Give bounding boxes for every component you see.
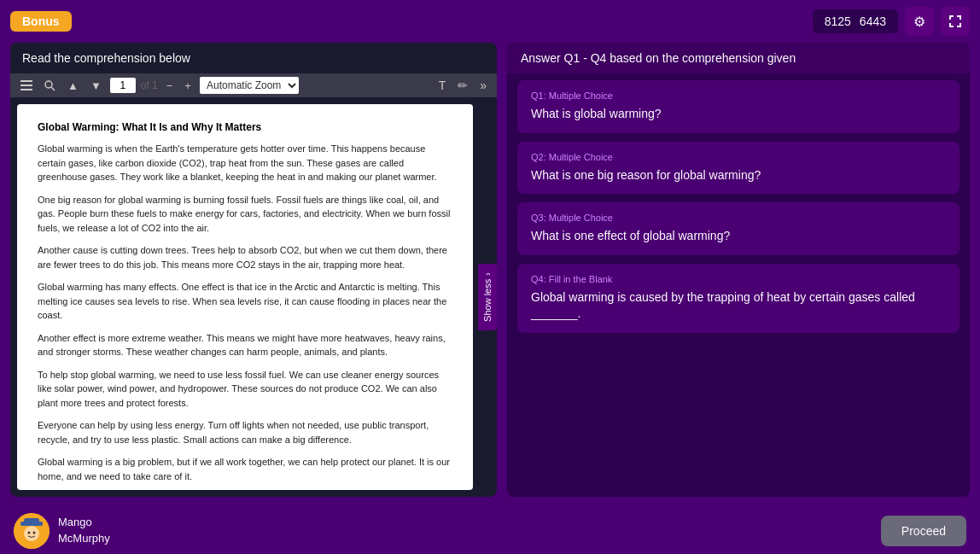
bottom-bar: Mango McMurphy Proceed: [0, 507, 980, 554]
user-name-line1: Mango: [58, 515, 110, 530]
question-card-2[interactable]: Q2: Multiple Choice What is one big reas…: [517, 142, 960, 195]
score-2: 6443: [860, 15, 886, 28]
zoom-in-button[interactable]: +: [181, 78, 195, 94]
prev-page-button[interactable]: ▲: [64, 78, 82, 94]
user-info: Mango McMurphy: [14, 513, 110, 549]
question-type-1: Q1: Multiple Choice: [531, 90, 946, 101]
svg-rect-1: [20, 85, 32, 86]
score-1: 8125: [825, 15, 851, 28]
svg-point-8: [24, 526, 39, 541]
top-bar: Bonus 8125 6443 ⚙: [0, 0, 980, 43]
pdf-paragraph-5: Another effect is more extreme weather. …: [38, 331, 452, 359]
question-text-1: What is global warming?: [531, 106, 946, 123]
svg-point-3: [45, 81, 52, 88]
search-icon: [44, 80, 55, 91]
user-name-line2: McMurphy: [58, 531, 110, 546]
settings-button[interactable]: ⚙: [905, 7, 934, 36]
proceed-button[interactable]: Proceed: [881, 516, 966, 546]
expand-icon: [949, 15, 961, 27]
question-type-3: Q3: Multiple Choice: [531, 213, 946, 223]
text-tool-button[interactable]: T: [435, 77, 450, 94]
sidebar-toggle-button[interactable]: [17, 79, 36, 92]
question-card-1[interactable]: Q1: Multiple Choice What is global warmi…: [517, 80, 960, 133]
questions-list: Q1: Multiple Choice What is global warmi…: [507, 73, 970, 497]
pdf-toolbar-right: T ✏ »: [435, 77, 490, 94]
pdf-paragraph-7: Everyone can help by using less energy. …: [38, 418, 452, 446]
right-panel-header: Answer Q1 - Q4 based on the comprehensio…: [507, 43, 970, 73]
question-text-3: What is one effect of global warming?: [531, 228, 946, 245]
score-display: 8125 6443: [813, 9, 898, 33]
draw-tool-button[interactable]: ✏: [454, 77, 471, 94]
pdf-paragraph-2: One big reason for global warming is bur…: [38, 193, 452, 236]
zoom-out-button[interactable]: −: [163, 78, 177, 94]
pdf-paragraph-1: Global warming is when the Earth's tempe…: [38, 142, 452, 184]
left-panel: Read the comprehension below ▲ ▼ of 1 −: [10, 43, 497, 497]
left-panel-header: Read the comprehension below: [10, 43, 497, 73]
main-content: Read the comprehension below ▲ ▼ of 1 −: [0, 43, 980, 507]
svg-rect-7: [24, 518, 39, 523]
svg-rect-0: [20, 80, 32, 82]
sidebar-toggle-icon: [20, 80, 32, 90]
question-type-4: Q4: Fill in the Blank: [531, 274, 946, 284]
show-less-chevron: ›: [482, 272, 493, 276]
pdf-paragraph-8: Global warming is a big problem, but if …: [38, 455, 452, 483]
show-less-label: Show less: [482, 279, 493, 322]
svg-line-4: [51, 87, 55, 90]
pdf-page: Global Warming: What It Is and Why It Ma…: [17, 104, 473, 490]
page-number-input[interactable]: [110, 78, 136, 93]
svg-point-9: [28, 531, 31, 534]
more-options-button[interactable]: »: [476, 77, 490, 94]
page-of-label: of 1: [141, 79, 158, 91]
avatar: [14, 513, 50, 549]
svg-rect-2: [20, 89, 32, 90]
question-type-2: Q2: Multiple Choice: [531, 152, 946, 162]
right-panel: Answer Q1 - Q4 based on the comprehensio…: [507, 43, 970, 497]
pdf-content-wrapper: Global Warming: What It Is and Why It Ma…: [10, 97, 497, 497]
zoom-select[interactable]: Automatic Zoom: [200, 77, 299, 94]
svg-point-10: [33, 531, 36, 534]
question-card-4[interactable]: Q4: Fill in the Blank Global warming is …: [517, 264, 960, 333]
pdf-paragraph-6: To help stop global warming, we need to …: [38, 368, 452, 411]
question-card-3[interactable]: Q3: Multiple Choice What is one effect o…: [517, 202, 960, 255]
pdf-paragraph-3: Another cause is cutting down trees. Tre…: [38, 243, 452, 271]
top-right-controls: 8125 6443 ⚙: [813, 7, 970, 36]
user-name: Mango McMurphy: [58, 515, 110, 545]
pdf-title: Global Warming: What It Is and Why It Ma…: [38, 121, 452, 133]
next-page-button[interactable]: ▼: [87, 78, 105, 94]
avatar-icon: [14, 513, 50, 549]
pdf-paragraph-4: Global warming has many effects. One eff…: [38, 280, 452, 323]
search-pdf-button[interactable]: [41, 79, 59, 93]
bonus-badge: Bonus: [10, 11, 72, 32]
question-text-4: Global warming is caused by the trapping…: [531, 289, 946, 323]
pdf-toolbar: ▲ ▼ of 1 − + Automatic Zoom T ✏ »: [10, 73, 497, 97]
show-less-tab[interactable]: Show less ›: [478, 264, 497, 330]
expand-button[interactable]: [941, 7, 970, 36]
question-text-2: What is one big reason for global warmin…: [531, 167, 946, 184]
